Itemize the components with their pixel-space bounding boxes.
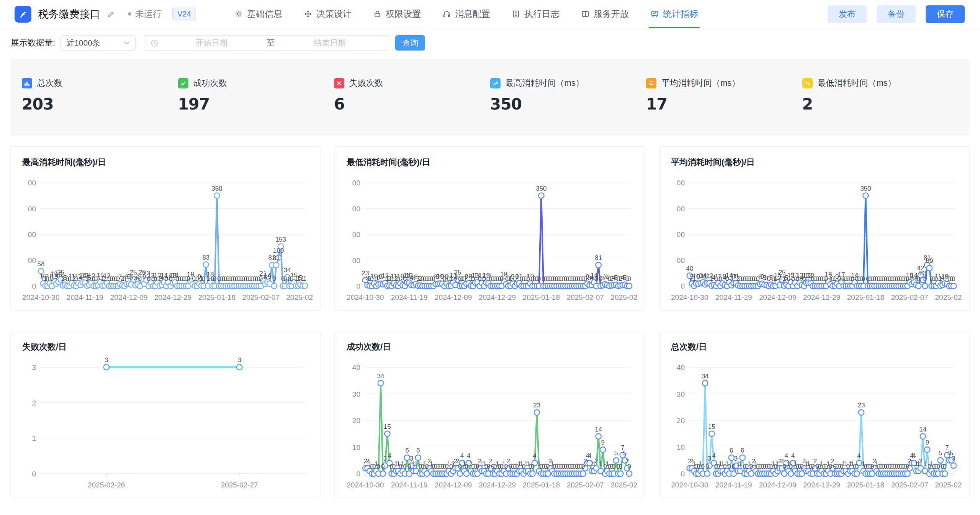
svg-text:2025-02-07: 2025-02-07 bbox=[891, 293, 928, 301]
tab-label: 执行日志 bbox=[524, 8, 560, 20]
svg-text:0: 0 bbox=[627, 275, 631, 283]
date-range-picker[interactable]: 开始日期 至 结束日期 bbox=[144, 35, 389, 51]
svg-text:3: 3 bbox=[32, 363, 36, 371]
panel-icon bbox=[581, 10, 590, 18]
svg-text:0: 0 bbox=[627, 463, 631, 470]
svg-text:153: 153 bbox=[275, 236, 286, 243]
save-button[interactable]: 保存 bbox=[926, 5, 965, 23]
backup-button[interactable]: 备份 bbox=[877, 5, 916, 23]
tab-permission-settings[interactable]: 权限设置 bbox=[373, 0, 421, 28]
chart-card-total-count: 总次数/日 0102030402024-10-302024-11-192024-… bbox=[659, 331, 970, 498]
svg-text:6: 6 bbox=[416, 447, 420, 454]
svg-text:40: 40 bbox=[352, 363, 360, 371]
status-text: 未运行 bbox=[135, 8, 162, 20]
svg-text:2025-01-18: 2025-01-18 bbox=[523, 293, 560, 301]
tab-service-open[interactable]: 服务开放 bbox=[581, 0, 629, 28]
chart-title: 成功次数/日 bbox=[347, 341, 637, 353]
chart-card-success-count: 成功次数/日 0102030402024-10-302024-11-192024… bbox=[335, 331, 645, 498]
svg-text:00: 00 bbox=[677, 179, 685, 187]
svg-text:9: 9 bbox=[268, 273, 271, 280]
start-date-input[interactable]: 开始日期 bbox=[159, 38, 264, 48]
svg-text:2025-01-18: 2025-01-18 bbox=[198, 293, 236, 301]
lock-icon bbox=[373, 10, 382, 18]
svg-text:1: 1 bbox=[599, 460, 602, 468]
top-bar: 税务缴费接口 未运行 V24 基础信息 决策设计 bbox=[0, 0, 980, 28]
svg-text:2024-12-09: 2024-12-09 bbox=[759, 293, 796, 301]
edit-title-icon[interactable] bbox=[106, 10, 116, 19]
svg-text:2025-02-27: 2025-02-27 bbox=[935, 293, 962, 301]
svg-text:0: 0 bbox=[782, 463, 786, 470]
chart-card-min-time: 最低消耗时间(毫秒)/日 0000000002024-10-302024-11-… bbox=[335, 146, 645, 311]
svg-text:00: 00 bbox=[352, 257, 360, 265]
stat-value: 197 bbox=[178, 95, 334, 113]
svg-text:2025-02-27: 2025-02-27 bbox=[935, 481, 962, 489]
svg-text:34: 34 bbox=[284, 266, 291, 274]
svg-text:15: 15 bbox=[708, 423, 715, 430]
svg-text:2025-01-18: 2025-01-18 bbox=[523, 481, 560, 489]
query-button[interactable]: 查询 bbox=[395, 35, 425, 51]
stat-max-time: 最高消耗时间（ms） 350 bbox=[490, 77, 646, 113]
svg-text:0: 0 bbox=[855, 463, 859, 470]
svg-text:14: 14 bbox=[919, 426, 926, 433]
line-chart-fail-count[interactable]: 01232025-02-262025-02-2733 bbox=[21, 354, 313, 494]
tab-basic-info[interactable]: 基础信息 bbox=[234, 0, 282, 28]
tab-execution-log[interactable]: 执行日志 bbox=[512, 0, 560, 28]
svg-text:0: 0 bbox=[272, 275, 276, 283]
svg-text:3: 3 bbox=[238, 356, 241, 364]
line-chart-avg-time[interactable]: 0000000002024-10-302024-11-192024-12-092… bbox=[669, 170, 962, 306]
stat-value: 17 bbox=[646, 95, 802, 113]
stat-label: 失败次数 bbox=[349, 77, 383, 89]
logo-icon bbox=[18, 9, 28, 19]
svg-text:0: 0 bbox=[862, 275, 865, 283]
tab-decision-design[interactable]: 决策设计 bbox=[304, 0, 352, 28]
data-volume-label: 展示数据量: bbox=[11, 37, 55, 49]
trend-down-icon bbox=[802, 78, 813, 88]
svg-text:1: 1 bbox=[303, 275, 306, 282]
svg-text:6: 6 bbox=[730, 447, 733, 454]
svg-text:0: 0 bbox=[728, 463, 731, 470]
tab-label: 统计指标 bbox=[663, 8, 698, 20]
stat-success-count: 成功次数 197 bbox=[178, 77, 334, 113]
svg-text:2: 2 bbox=[919, 458, 922, 465]
svg-text:2025-02-07: 2025-02-07 bbox=[567, 481, 604, 489]
svg-text:0: 0 bbox=[407, 463, 411, 470]
svg-text:4: 4 bbox=[712, 452, 715, 459]
svg-text:2024-12-09: 2024-12-09 bbox=[110, 293, 147, 301]
svg-text:2025-02-27: 2025-02-27 bbox=[611, 481, 637, 489]
run-status: 未运行 bbox=[128, 8, 162, 20]
chart-title: 平均消耗时间(毫秒)/日 bbox=[671, 157, 962, 168]
svg-text:00: 00 bbox=[677, 231, 685, 239]
svg-text:0: 0 bbox=[283, 275, 287, 283]
chart-title: 最高消耗时间(毫秒)/日 bbox=[22, 157, 313, 168]
svg-text:0: 0 bbox=[923, 275, 927, 283]
line-chart-max-time[interactable]: 0000000002024-10-302024-11-192024-12-092… bbox=[21, 170, 313, 306]
svg-text:0: 0 bbox=[465, 463, 468, 470]
x-icon bbox=[334, 78, 344, 88]
svg-text:0: 0 bbox=[594, 275, 598, 283]
stat-value: 203 bbox=[22, 95, 178, 113]
line-chart-total-count[interactable]: 0102030402024-10-302024-11-192024-12-092… bbox=[669, 354, 962, 494]
chart-card-fail-count: 失败次数/日 01232025-02-262025-02-2733 bbox=[10, 331, 321, 498]
svg-text:2024-10-30: 2024-10-30 bbox=[22, 293, 59, 301]
svg-text:9: 9 bbox=[601, 439, 604, 446]
svg-text:6: 6 bbox=[405, 447, 409, 454]
svg-text:1: 1 bbox=[414, 460, 417, 468]
svg-text:5: 5 bbox=[614, 450, 618, 457]
tab-message-config[interactable]: 消息配置 bbox=[442, 0, 490, 28]
publish-button[interactable]: 发布 bbox=[828, 5, 867, 23]
tab-statistics[interactable]: 统计指标 bbox=[650, 0, 698, 28]
svg-text:00: 00 bbox=[352, 205, 360, 213]
line-chart-success-count[interactable]: 0102030402024-10-302024-11-192024-12-092… bbox=[345, 354, 637, 494]
svg-text:0: 0 bbox=[952, 275, 955, 283]
svg-text:34: 34 bbox=[702, 373, 709, 380]
svg-text:23: 23 bbox=[533, 402, 540, 409]
header-buttons: 发布 备份 保存 bbox=[828, 5, 965, 23]
line-chart-min-time[interactable]: 0000000002024-10-302024-11-192024-12-092… bbox=[345, 170, 637, 306]
tab-label: 服务开放 bbox=[594, 8, 629, 20]
end-date-input[interactable]: 结束日期 bbox=[277, 38, 383, 48]
svg-text:58: 58 bbox=[37, 260, 44, 268]
svg-text:2024-11-19: 2024-11-19 bbox=[715, 481, 752, 489]
svg-text:2: 2 bbox=[594, 458, 598, 465]
data-volume-select[interactable]: 近1000条 bbox=[61, 35, 136, 51]
version-badge: V24 bbox=[172, 8, 196, 20]
